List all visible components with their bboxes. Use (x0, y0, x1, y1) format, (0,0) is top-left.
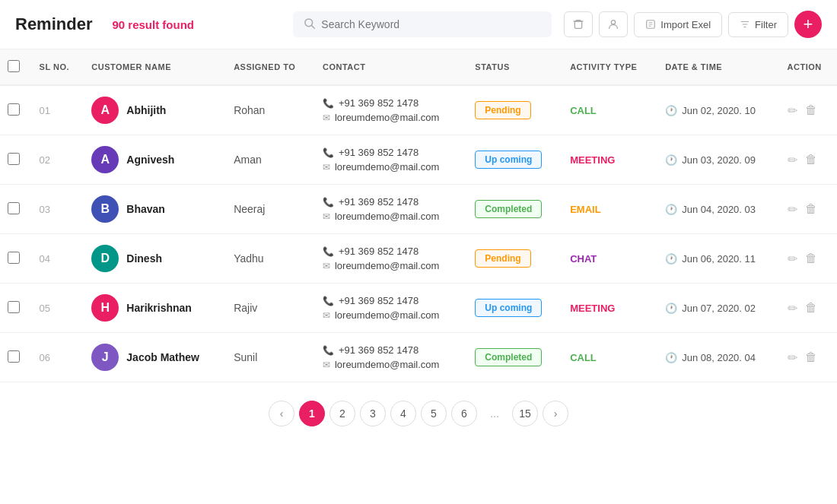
table-row: 04 D Dinesh Yadhu 📞 +91 369 852 1478 ✉ l… (0, 234, 837, 284)
pagination: ‹ 1 2 3 4 5 6 ... 15 › (0, 382, 837, 439)
import-label: Import Exel (660, 19, 711, 30)
email-icon-5: ✉ (323, 360, 330, 370)
phone-icon-1: 📞 (323, 147, 334, 158)
row-select-1[interactable] (8, 153, 20, 165)
edit-icon-5[interactable]: ✏ (788, 350, 797, 365)
activity-type-3: CHAT (570, 253, 597, 265)
row-customer-3: D Dinesh (84, 234, 226, 284)
pagination-page-3[interactable]: 3 (360, 401, 386, 426)
phone-icon-3: 📞 (323, 246, 334, 257)
row-datetime-5: 🕐 Jun 08, 2020. 04 (657, 333, 779, 382)
pagination-page-2[interactable]: 2 (329, 401, 355, 426)
status-badge-5: Completed (475, 348, 542, 366)
edit-icon-2[interactable]: ✏ (788, 202, 797, 217)
table-row: 05 H Harikrishnan Rajiv 📞 +91 369 852 14… (0, 284, 837, 333)
row-datetime-0: 🕐 Jun 02, 2020. 10 (657, 85, 779, 135)
svg-line-1 (312, 26, 315, 29)
col-assigned-to: ASSIGNED TO (226, 49, 315, 85)
row-assigned-2: Neeraj (226, 185, 315, 234)
row-activity-2: EMAIL (562, 185, 657, 234)
pagination-page-15[interactable]: 15 (512, 401, 538, 426)
row-action-3: ✏ 🗑 (780, 234, 837, 284)
row-checkbox-2 (0, 185, 32, 234)
customer-name-2: Bhavan (126, 203, 165, 215)
phone-icon-4: 📞 (323, 296, 334, 306)
user-button[interactable] (599, 11, 628, 37)
pagination-prev[interactable]: ‹ (269, 401, 294, 426)
status-badge-0: Pending (475, 101, 530, 119)
delete-icon-0[interactable]: 🗑 (805, 103, 817, 117)
table-row: 06 J Jacob Mathew Sunil 📞 +91 369 852 14… (0, 333, 837, 382)
header-actions: Import Exel Filter + (564, 11, 822, 38)
email-2: loreumdemo@mail.com (335, 211, 439, 222)
clock-icon-5: 🕐 (665, 352, 677, 363)
search-input[interactable] (321, 18, 541, 30)
email-icon-1: ✉ (323, 162, 330, 173)
row-action-1: ✏ 🗑 (780, 135, 837, 185)
row-action-5: ✏ 🗑 (780, 333, 837, 382)
email-icon-4: ✉ (323, 310, 330, 321)
email-icon-0: ✉ (323, 113, 330, 123)
pagination-page-5[interactable]: 5 (421, 401, 447, 426)
pagination-next[interactable]: › (543, 401, 568, 426)
row-select-4[interactable] (8, 301, 20, 313)
row-contact-2: 📞 +91 369 852 1478 ✉ loreumdemo@mail.com (315, 185, 467, 234)
col-action: ACTION (780, 49, 837, 85)
clock-icon-4: 🕐 (665, 303, 677, 314)
row-status-1: Up coming (467, 135, 562, 185)
row-action-0: ✏ 🗑 (780, 85, 837, 135)
result-label: result found (128, 18, 194, 31)
row-checkbox-0 (0, 85, 32, 135)
row-status-0: Pending (467, 85, 562, 135)
filter-button[interactable]: Filter (728, 12, 788, 37)
select-all-checkbox[interactable] (8, 60, 20, 72)
table-row: 02 A Agnivesh Aman 📞 +91 369 852 1478 ✉ … (0, 135, 837, 185)
delete-icon-1[interactable]: 🗑 (805, 153, 817, 166)
add-button[interactable]: + (794, 11, 822, 38)
row-contact-1: 📞 +91 369 852 1478 ✉ loreumdemo@mail.com (315, 135, 467, 185)
row-customer-4: H Harikrishnan (84, 284, 226, 333)
delete-icon-2[interactable]: 🗑 (805, 202, 817, 216)
row-checkbox-4 (0, 284, 32, 333)
email-5: loreumdemo@mail.com (335, 359, 439, 370)
phone-1: +91 369 852 1478 (339, 147, 418, 158)
row-select-3[interactable] (8, 252, 20, 264)
row-activity-5: CALL (562, 333, 657, 382)
activity-type-4: MEETING (570, 303, 615, 314)
delete-button[interactable] (564, 11, 593, 37)
row-slno-0: 01 (32, 85, 84, 135)
data-table: SL NO. CUSTOMER NAME ASSIGNED TO CONTACT… (0, 49, 837, 382)
clock-icon-3: 🕐 (665, 253, 677, 265)
pagination-page-6[interactable]: 6 (451, 401, 477, 426)
row-action-4: ✏ 🗑 (780, 284, 837, 333)
table-row: 03 B Bhavan Neeraj 📞 +91 369 852 1478 ✉ … (0, 185, 837, 234)
customer-name-4: Harikrishnan (126, 302, 192, 314)
edit-icon-1[interactable]: ✏ (788, 153, 797, 167)
activity-type-0: CALL (570, 105, 597, 116)
row-slno-1: 02 (32, 135, 84, 185)
date-value-0: Jun 02, 2020. 10 (682, 105, 756, 116)
row-activity-0: CALL (562, 85, 657, 135)
delete-icon-4[interactable]: 🗑 (805, 301, 817, 315)
row-assigned-1: Aman (226, 135, 315, 185)
row-slno-4: 05 (32, 284, 84, 333)
row-status-3: Pending (467, 234, 562, 284)
edit-icon-4[interactable]: ✏ (788, 301, 797, 315)
pagination-page-1[interactable]: 1 (299, 401, 325, 426)
date-value-2: Jun 04, 2020. 03 (682, 204, 756, 215)
row-activity-4: MEETING (562, 284, 657, 333)
row-select-2[interactable] (8, 202, 20, 214)
edit-icon-3[interactable]: ✏ (788, 252, 797, 266)
delete-icon-5[interactable]: 🗑 (805, 350, 817, 364)
activity-type-1: MEETING (570, 154, 615, 166)
date-value-4: Jun 07, 2020. 02 (682, 303, 756, 314)
edit-icon-0[interactable]: ✏ (788, 103, 797, 118)
customer-name-5: Jacob Mathew (126, 351, 199, 363)
row-datetime-3: 🕐 Jun 06, 2020. 11 (657, 234, 779, 284)
row-datetime-1: 🕐 Jun 03, 2020. 09 (657, 135, 779, 185)
delete-icon-3[interactable]: 🗑 (805, 252, 817, 265)
row-select-0[interactable] (8, 103, 20, 116)
row-select-5[interactable] (8, 350, 20, 363)
pagination-page-4[interactable]: 4 (390, 401, 416, 426)
import-button[interactable]: Import Exel (634, 12, 722, 37)
